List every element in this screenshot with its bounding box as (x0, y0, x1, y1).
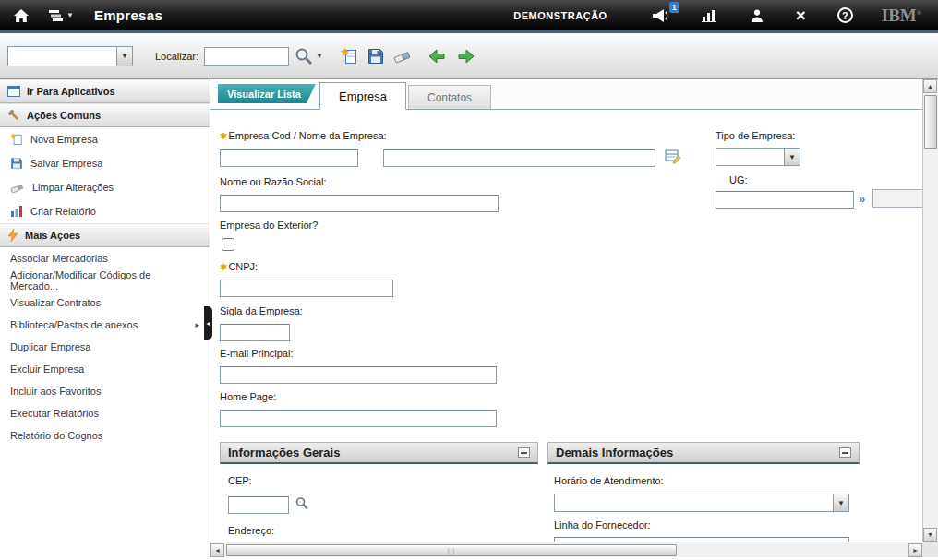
save-icon[interactable] (367, 48, 384, 65)
home-icon[interactable] (13, 8, 30, 23)
endereco-label: Endereço: (228, 525, 274, 536)
chevron-down-icon: ▼ (316, 52, 323, 60)
clear-changes-icon[interactable] (393, 49, 412, 64)
search-icon[interactable]: ▼ (294, 47, 323, 66)
save-icon (10, 157, 23, 170)
apps-menu-icon[interactable]: ▼ (48, 8, 74, 22)
tab-empresa[interactable]: Empresa (319, 82, 406, 110)
submenu-arrow-icon: ▸ (195, 320, 199, 329)
topbar: ▼ Empresas DEMONSTRAÇÃO 1 × ? IBM® (0, 0, 938, 33)
user-icon[interactable] (750, 8, 764, 23)
sidebar-item-label: Nova Empresa (30, 134, 98, 145)
section-informacoes-gerais[interactable]: Informações Gerais (220, 442, 538, 464)
page-title: Empresas (94, 7, 162, 23)
window-icon (7, 86, 20, 97)
scroll-up-icon[interactable]: ▲ (923, 79, 937, 93)
ug-description-field (872, 189, 922, 208)
app-combobox-input[interactable] (8, 47, 116, 66)
empresa-form: ✱Empresa Cod / Nome da Empresa: Tipo de … (210, 110, 922, 542)
scroll-down-icon[interactable]: ▼ (923, 528, 937, 542)
cnpj-input[interactable] (220, 280, 393, 297)
horario-select[interactable]: ▼ (554, 494, 849, 512)
eraser-icon (10, 182, 25, 194)
nome-razao-input[interactable] (220, 195, 499, 212)
ug-input[interactable] (716, 191, 854, 209)
help-icon[interactable]: ? (837, 7, 853, 23)
tab-bar: Visualizar Lista Empresa Contatos (210, 79, 922, 110)
sidebar-item-executar-relatorios[interactable]: Executar Relatórios (0, 402, 210, 424)
cep-label: CEP: (228, 475, 252, 486)
sidebar-item-limpar-alteracoes[interactable]: Limpar Alterações (0, 175, 210, 199)
app-combobox[interactable]: ▼ (7, 46, 133, 66)
chevron-down-icon[interactable]: ▼ (116, 47, 132, 66)
section-label: Ações Comuns (27, 110, 101, 121)
announcements-icon[interactable]: 1 (651, 8, 670, 23)
lookup-edit-icon[interactable] (665, 149, 682, 168)
exterior-checkbox[interactable] (222, 238, 234, 251)
sidebar-item-criar-relatorio[interactable]: Criar Relatório (0, 199, 210, 223)
empresa-cod-input[interactable] (220, 149, 358, 167)
main-content: Visualizar Lista Empresa Contatos ✱Empre… (210, 79, 938, 557)
horizontal-scrollbar[interactable]: ◄ ||| ► (210, 542, 922, 557)
required-icon: ✱ (220, 131, 227, 141)
email-label: E-mail Principal: (220, 348, 293, 359)
chevron-down-icon[interactable]: ▼ (784, 149, 800, 165)
lightning-icon (7, 229, 18, 242)
sidebar-collapse-handle[interactable]: ◄ (204, 306, 212, 340)
select-value (716, 149, 784, 165)
sidebar-item-excluir-empresa[interactable]: Excluir Empresa (0, 358, 210, 380)
back-arrow-icon[interactable] (427, 48, 447, 65)
sigla-input[interactable] (220, 324, 290, 341)
sidebar-section-apps[interactable]: Ir Para Aplicativos (0, 79, 210, 103)
vertical-scroll-thumb[interactable] (924, 95, 937, 149)
collapse-section-icon[interactable] (839, 447, 851, 458)
sidebar-item-nova-empresa[interactable]: Nova Empresa (0, 127, 210, 151)
localizar-input[interactable] (204, 47, 289, 66)
email-input[interactable] (220, 366, 497, 384)
tipo-empresa-select[interactable]: ▼ (716, 148, 800, 166)
scroll-left-icon[interactable]: ◄ (210, 543, 224, 557)
forward-arrow-icon[interactable] (456, 48, 475, 65)
sidebar-item-visualizar-contratos[interactable]: Visualizar Contratos (0, 292, 210, 314)
ug-expand-icon[interactable]: » (859, 192, 865, 206)
cep-search-icon[interactable] (295, 496, 309, 515)
sidebar-item-salvar-empresa[interactable]: Salvar Empresa (0, 151, 210, 175)
sidebar-item-label: Executar Relatórios (10, 408, 99, 419)
homepage-label: Home Page: (220, 391, 276, 402)
new-record-icon[interactable] (341, 48, 358, 65)
sidebar-item-biblioteca-pastas[interactable]: Biblioteca/Pastas de anexos ▸ (0, 314, 210, 336)
scroll-right-icon[interactable]: ► (908, 543, 922, 557)
sidebar-item-relatorio-cognos[interactable]: Relatório do Cognos (0, 424, 210, 447)
tipo-empresa-label: Tipo de Empresa: (716, 130, 795, 141)
reports-icon[interactable] (702, 9, 718, 22)
demo-label: DEMONSTRAÇÃO (513, 10, 607, 21)
cep-input[interactable] (228, 496, 289, 514)
chevron-down-icon: ▼ (66, 11, 74, 19)
horizontal-scroll-thumb[interactable]: ||| (226, 544, 677, 556)
visualizar-lista-button[interactable]: Visualizar Lista (218, 84, 316, 103)
sidebar-item-label: Relatório do Cognos (10, 430, 102, 441)
empresa-nome-input[interactable] (383, 149, 655, 167)
horario-label: Horário de Atendimento: (554, 475, 664, 486)
homepage-input[interactable] (220, 410, 497, 427)
report-icon (10, 205, 23, 218)
section-demais-informacoes[interactable]: Demais Informações (547, 442, 860, 464)
sidebar: Ir Para Aplicativos Ações Comuns Nova Em… (0, 79, 210, 557)
ibm-logo: IBM® (882, 6, 921, 26)
sidebar-item-adicionar-modificar-codigos[interactable]: Adicionar/Modificar Códigos de Mercado..… (0, 269, 210, 292)
sidebar-section-common-actions[interactable]: Ações Comuns (0, 103, 210, 127)
collapse-section-icon[interactable] (518, 447, 530, 458)
section-title: Demais Informações (556, 446, 673, 459)
sidebar-item-incluir-favoritos[interactable]: Incluir aos Favoritos (0, 380, 210, 402)
sidebar-item-label: Excluir Empresa (10, 363, 84, 375)
required-icon: ✱ (220, 262, 227, 272)
tab-contatos[interactable]: Contatos (408, 85, 491, 109)
close-icon[interactable]: × (796, 8, 806, 23)
sidebar-item-duplicar-empresa[interactable]: Duplicar Empresa (0, 336, 210, 358)
sidebar-section-more-actions[interactable]: Mais Ações (0, 223, 210, 247)
sidebar-item-associar-mercadorias[interactable]: Associar Mercadorias (0, 247, 210, 269)
linha-fornecedor-label: Linha do Fornecedor: (554, 519, 651, 530)
chevron-down-icon[interactable]: ▼ (833, 494, 848, 511)
vertical-scrollbar[interactable]: ▲ ▼ (922, 79, 938, 542)
ug-label: UG: (729, 174, 748, 185)
